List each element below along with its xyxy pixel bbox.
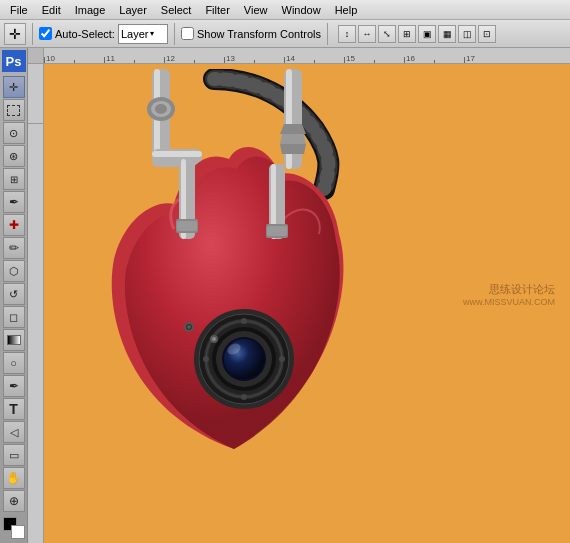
menu-help[interactable]: Help bbox=[329, 3, 364, 17]
quick-select-icon: ⊛ bbox=[9, 150, 18, 163]
show-transform-area: Show Transform Controls bbox=[181, 27, 321, 40]
tool-history-brush[interactable]: ↺ bbox=[3, 283, 25, 305]
heart-composite-svg bbox=[84, 69, 384, 489]
tool-clone-stamp[interactable]: ⬡ bbox=[3, 260, 25, 282]
show-transform-checkbox[interactable] bbox=[181, 27, 194, 40]
tool-crop[interactable]: ⊞ bbox=[3, 168, 25, 190]
tc-btn-5[interactable]: ▣ bbox=[418, 25, 436, 43]
layer-dropdown[interactable]: Layer ▾ bbox=[118, 24, 168, 44]
svg-point-23 bbox=[203, 356, 209, 362]
move-tool-button[interactable]: ✛ bbox=[4, 23, 26, 45]
healing-icon: ✚ bbox=[9, 218, 19, 232]
tool-gradient[interactable] bbox=[3, 329, 25, 351]
svg-point-6 bbox=[155, 104, 167, 114]
svg-point-24 bbox=[279, 356, 285, 362]
layer-dropdown-value: Layer bbox=[121, 28, 149, 40]
tool-pen[interactable]: ✒ bbox=[3, 375, 25, 397]
photoshop-canvas[interactable]: 思练设计论坛 www.MISSVUAN.COM bbox=[44, 64, 570, 543]
marquee-icon bbox=[7, 105, 20, 116]
watermark-line2: www.MISSVUAN.COM bbox=[463, 296, 555, 306]
gradient-icon bbox=[7, 335, 21, 345]
path-select-icon: ◁ bbox=[10, 426, 18, 439]
tool-brush[interactable]: ✏ bbox=[3, 237, 25, 259]
tc-btn-3[interactable]: ⤡ bbox=[378, 25, 396, 43]
tc-btn-6[interactable]: ▦ bbox=[438, 25, 456, 43]
options-toolbar: ✛ Auto-Select: Layer ▾ Show Transform Co… bbox=[0, 20, 570, 48]
menu-bar: File Edit Image Layer Select Filter View… bbox=[0, 0, 570, 20]
menu-edit[interactable]: Edit bbox=[36, 3, 67, 17]
tool-quick-select[interactable]: ⊛ bbox=[3, 145, 25, 167]
ruler-corner bbox=[28, 48, 44, 63]
menu-view[interactable]: View bbox=[238, 3, 274, 17]
tc-btn-2[interactable]: ↔ bbox=[358, 25, 376, 43]
svg-rect-3 bbox=[152, 151, 202, 157]
tool-dodge[interactable]: ○ bbox=[3, 352, 25, 374]
svg-marker-11 bbox=[280, 144, 306, 154]
auto-select-label: Auto-Select: bbox=[55, 28, 115, 40]
tool-eraser[interactable]: ◻ bbox=[3, 306, 25, 328]
show-transform-label: Show Transform Controls bbox=[197, 28, 321, 40]
svg-marker-9 bbox=[280, 124, 306, 134]
menu-window[interactable]: Window bbox=[276, 3, 327, 17]
tc-btn-8[interactable]: ⊡ bbox=[478, 25, 496, 43]
history-icon: ↺ bbox=[9, 288, 18, 301]
menu-file[interactable]: File bbox=[4, 3, 34, 17]
left-pipe-group bbox=[147, 69, 202, 167]
tc-btn-7[interactable]: ◫ bbox=[458, 25, 476, 43]
lasso-icon: ⊙ bbox=[9, 127, 18, 140]
tool-hand[interactable]: ✋ bbox=[3, 467, 25, 489]
tool-marquee-rect[interactable] bbox=[3, 99, 25, 121]
ruler-h-marks: 10 11 12 13 14 15 16 17 bbox=[44, 48, 570, 63]
ps-logo: Ps bbox=[2, 50, 26, 72]
watermark-area: 思练设计论坛 www.MISSVUAN.COM bbox=[463, 281, 555, 306]
tool-shape[interactable]: ▭ bbox=[3, 444, 25, 466]
watermark-line1: 思练设计论坛 bbox=[463, 281, 555, 296]
tc-btn-1[interactable]: ↕ bbox=[338, 25, 356, 43]
camera-lens bbox=[194, 309, 294, 409]
hand-icon: ✋ bbox=[6, 471, 21, 485]
menu-select[interactable]: Select bbox=[155, 3, 198, 17]
toolbar-separator-2 bbox=[174, 23, 175, 45]
toolbox: Ps ✛ ⊙ ⊛ ⊞ ✒ ✚ ✏ ⬡ ↺ ◻ bbox=[0, 48, 28, 543]
bolts bbox=[184, 322, 194, 332]
main-area: Ps ✛ ⊙ ⊛ ⊞ ✒ ✚ ✏ ⬡ ↺ ◻ bbox=[0, 48, 570, 543]
ruler-horizontal: 10 11 12 13 14 15 16 17 bbox=[28, 48, 570, 64]
canvas-area: 10 11 12 13 14 15 16 17 bbox=[28, 48, 570, 543]
color-swatches[interactable] bbox=[3, 517, 25, 539]
shape-icon: ▭ bbox=[9, 449, 19, 462]
svg-point-28 bbox=[212, 337, 216, 341]
move-icon: ✛ bbox=[9, 81, 18, 94]
tool-eyedropper[interactable]: ✒ bbox=[3, 191, 25, 213]
background-color[interactable] bbox=[11, 525, 25, 539]
ruler-vertical bbox=[28, 64, 44, 543]
canvas-row: 思练设计论坛 www.MISSVUAN.COM bbox=[28, 64, 570, 543]
crop-icon: ⊞ bbox=[10, 174, 18, 185]
type-icon: T bbox=[9, 401, 18, 417]
move-tool-icon: ✛ bbox=[9, 26, 21, 42]
auto-select-checkbox[interactable] bbox=[39, 27, 52, 40]
pen-icon: ✒ bbox=[9, 379, 19, 393]
tool-type[interactable]: T bbox=[3, 398, 25, 420]
tool-lasso[interactable]: ⊙ bbox=[3, 122, 25, 144]
svg-point-19 bbox=[224, 339, 264, 379]
eraser-icon: ◻ bbox=[9, 311, 18, 324]
auto-select-area: Auto-Select: Layer ▾ bbox=[39, 24, 168, 44]
dodge-icon: ○ bbox=[10, 357, 17, 369]
toolbar-separator-1 bbox=[32, 23, 33, 45]
tc-btn-4[interactable]: ⊞ bbox=[398, 25, 416, 43]
svg-rect-40 bbox=[267, 226, 287, 236]
menu-layer[interactable]: Layer bbox=[113, 3, 153, 17]
tool-path-select[interactable]: ◁ bbox=[3, 421, 25, 443]
layer-dropdown-arrow: ▾ bbox=[150, 29, 154, 38]
eyedropper-icon: ✒ bbox=[9, 195, 19, 209]
svg-point-25 bbox=[241, 318, 247, 324]
tool-move[interactable]: ✛ bbox=[3, 76, 25, 98]
brush-icon: ✏ bbox=[9, 241, 19, 255]
zoom-icon: ⊕ bbox=[9, 494, 19, 508]
menu-image[interactable]: Image bbox=[69, 3, 112, 17]
tool-healing[interactable]: ✚ bbox=[3, 214, 25, 236]
clone-icon: ⬡ bbox=[9, 265, 19, 278]
svg-point-26 bbox=[241, 394, 247, 400]
menu-filter[interactable]: Filter bbox=[199, 3, 235, 17]
tool-zoom[interactable]: ⊕ bbox=[3, 490, 25, 512]
